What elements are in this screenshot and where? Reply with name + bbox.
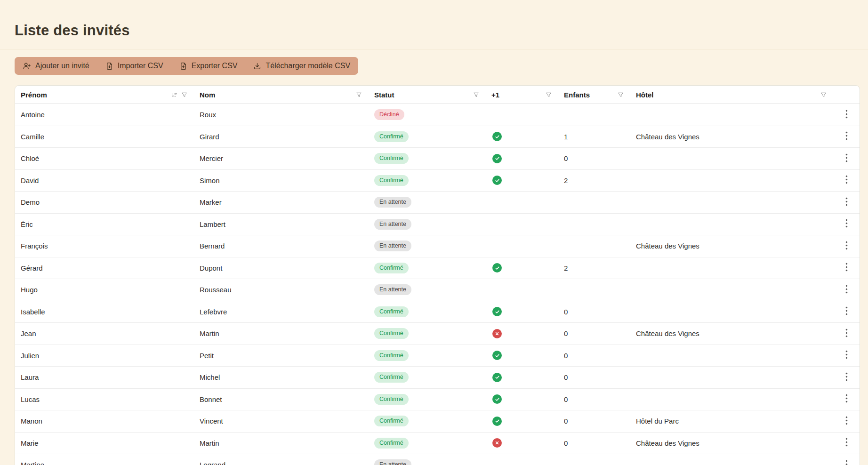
status-badge: Confirmé: [374, 328, 409, 339]
cell-nom: Simon: [194, 176, 369, 184]
column-header-hotel[interactable]: Hôtel: [630, 86, 833, 104]
cell-plus-one: [486, 417, 558, 426]
row-menu-button[interactable]: [839, 327, 853, 341]
sort-icon: [171, 92, 177, 98]
row-menu-icon: [845, 153, 848, 164]
cell-statut: Confirmé: [369, 350, 486, 361]
column-header-enfants[interactable]: Enfants: [558, 86, 630, 104]
cell-prenom: Jean: [15, 329, 194, 337]
cell-enfants: 0: [558, 329, 630, 337]
cell-plus-one: [486, 438, 558, 448]
cell-actions: [833, 261, 860, 275]
cell-nom: Mercier: [194, 154, 369, 162]
column-label-hotel: Hôtel: [636, 91, 654, 99]
download-template-button[interactable]: Télécharger modèle CSV: [245, 57, 358, 75]
column-header-plus-one[interactable]: +1: [486, 86, 558, 104]
table-row: Chloé Mercier Confirmé 0: [15, 148, 860, 170]
cell-enfants: 0: [558, 373, 630, 381]
filter-icon[interactable]: [820, 92, 827, 98]
cell-prenom: Lucas: [15, 395, 194, 403]
cell-actions: [833, 283, 860, 297]
row-menu-button[interactable]: [839, 108, 853, 122]
cell-actions: [833, 436, 860, 450]
cell-hotel: Château des Vignes: [630, 329, 833, 337]
cell-actions: [833, 129, 860, 144]
status-badge: Confirmé: [374, 350, 409, 361]
cell-nom: Girard: [194, 133, 369, 141]
cell-statut: Confirmé: [369, 175, 486, 186]
status-badge: Confirmé: [374, 306, 409, 317]
column-label-statut: Statut: [374, 91, 394, 99]
row-menu-button[interactable]: [839, 305, 853, 319]
cell-nom: Lefebvre: [194, 308, 369, 316]
row-menu-button[interactable]: [839, 392, 853, 406]
row-menu-icon: [845, 372, 848, 383]
row-menu-icon: [845, 350, 848, 361]
row-menu-button[interactable]: [839, 195, 853, 209]
cell-plus-one: [486, 329, 558, 338]
filter-icon[interactable]: [473, 92, 479, 98]
row-menu-icon: [845, 416, 848, 426]
plus-one-yes-icon: [492, 176, 502, 185]
cell-plus-one: [486, 307, 558, 316]
cell-prenom: Chloé: [15, 154, 194, 162]
cell-statut: Confirmé: [369, 416, 486, 426]
cell-nom: Legrand: [194, 461, 369, 465]
status-badge: Confirmé: [374, 438, 409, 449]
row-menu-button[interactable]: [839, 436, 853, 450]
filter-icon[interactable]: [181, 92, 187, 98]
column-header-prenom[interactable]: Prénom: [15, 86, 194, 104]
cell-enfants: 0: [558, 439, 630, 447]
filter-icon[interactable]: [546, 92, 552, 98]
row-menu-button[interactable]: [839, 370, 853, 385]
row-menu-button[interactable]: [839, 261, 853, 275]
filter-icon[interactable]: [356, 92, 362, 98]
cell-statut: Confirmé: [369, 263, 486, 273]
cell-prenom: Laura: [15, 373, 194, 381]
column-header-nom[interactable]: Nom: [194, 86, 369, 104]
cell-actions: [833, 392, 860, 406]
row-menu-button[interactable]: [839, 239, 853, 253]
cell-nom: Bernard: [194, 242, 369, 250]
cell-plus-one: [486, 132, 558, 141]
cell-statut: Confirmé: [369, 131, 486, 142]
row-menu-icon: [845, 110, 848, 120]
filter-icon[interactable]: [618, 92, 624, 98]
cell-enfants: 0: [558, 352, 630, 360]
plus-one-yes-icon: [492, 351, 502, 360]
plus-one-yes-icon: [492, 394, 502, 404]
cell-prenom: Martine: [15, 461, 194, 465]
import-csv-button[interactable]: Importer CSV: [97, 57, 171, 75]
cell-actions: [833, 108, 860, 122]
cell-statut: En attente: [369, 219, 486, 230]
export-csv-button[interactable]: Exporter CSV: [171, 57, 246, 75]
row-menu-button[interactable]: [839, 458, 853, 465]
cell-nom: Marker: [194, 198, 369, 206]
cell-statut: Décliné: [369, 109, 486, 120]
cell-hotel: Château des Vignes: [630, 242, 833, 250]
row-menu-button[interactable]: [839, 173, 853, 187]
add-guest-button[interactable]: Ajouter un invité: [15, 57, 97, 75]
cell-statut: Confirmé: [369, 153, 486, 164]
column-header-statut[interactable]: Statut: [369, 86, 486, 104]
status-badge: En attente: [374, 219, 411, 230]
row-menu-button[interactable]: [839, 348, 853, 362]
cell-actions: [833, 239, 860, 253]
plus-one-yes-icon: [492, 132, 502, 141]
cell-statut: En attente: [369, 241, 486, 251]
plus-one-yes-icon: [492, 263, 502, 273]
row-menu-button[interactable]: [839, 283, 853, 297]
row-menu-button[interactable]: [839, 152, 853, 166]
row-menu-button[interactable]: [839, 217, 853, 231]
add-guest-button-label: Ajouter un invité: [35, 62, 89, 70]
cell-statut: Confirmé: [369, 306, 486, 317]
cell-statut: Confirmé: [369, 394, 486, 405]
cell-actions: [833, 173, 860, 187]
plus-one-yes-icon: [492, 307, 502, 316]
cell-nom: Bonnet: [194, 395, 369, 403]
column-header-actions: [833, 86, 860, 104]
cell-actions: [833, 370, 860, 385]
row-menu-button[interactable]: [839, 129, 853, 144]
row-menu-icon: [845, 263, 848, 273]
row-menu-button[interactable]: [839, 414, 853, 428]
